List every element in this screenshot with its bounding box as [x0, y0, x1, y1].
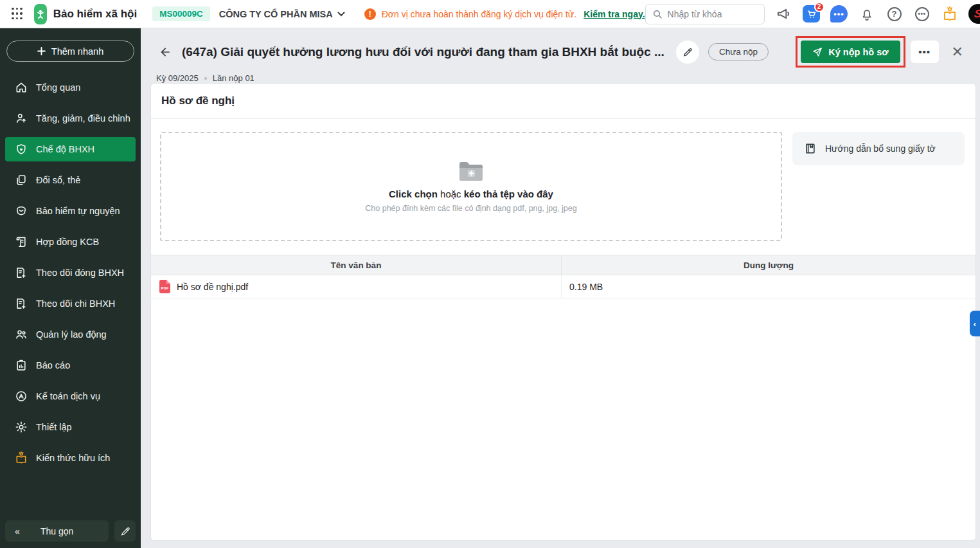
- annotation-highlight-box: Ký nộp hồ sơ: [796, 36, 905, 68]
- file-dropzone[interactable]: Click chọn hoặc kéo thả tệp vào đây Cho …: [160, 132, 782, 241]
- chevron-down-icon: [337, 12, 345, 17]
- document-plus-icon: [14, 266, 28, 280]
- expand-panel-tab[interactable]: ‹: [970, 311, 980, 336]
- search-input[interactable]: [668, 9, 758, 19]
- shield-heart-icon: [14, 143, 28, 156]
- sidebar-item-ke-toan-dich-vu[interactable]: Kế toán dịch vụ: [5, 384, 136, 408]
- guide-documents-button[interactable]: Hướng dẫn bổ sung giấy tờ: [792, 132, 965, 165]
- top-header: Bảo hiểm xã hội MS00009C CÔNG TY CỔ PHẦN…: [0, 0, 980, 28]
- bhxh-logo: [34, 4, 47, 24]
- card-title: Hồ sơ đề nghị: [161, 95, 235, 107]
- sidebar-item-che-do-bhxh[interactable]: Chế độ BHXH: [5, 137, 136, 161]
- plus-icon: [37, 47, 46, 55]
- company-name: CÔNG TY CỔ PHẦN MISA: [219, 9, 333, 19]
- sidebar-item-tong-quan[interactable]: Tổng quan: [5, 75, 136, 100]
- edit-pen-icon: [120, 526, 130, 536]
- warning-check-link[interactable]: Kiểm tra ngay.: [584, 9, 645, 19]
- bell-icon: [860, 7, 874, 21]
- main-area: (647a) Giải quyết hưởng lương hưu đối vớ…: [141, 28, 980, 548]
- warning-icon: !: [364, 8, 376, 20]
- edit-menu-button[interactable]: [114, 520, 136, 542]
- company-selector[interactable]: CÔNG TY CỔ PHẦN MISA: [219, 9, 345, 19]
- pencil-icon: [682, 47, 693, 57]
- status-badge: Chưa nộp: [708, 43, 769, 60]
- table-row[interactable]: PDF Hồ sơ đề nghị.pdf 0.19 MB: [151, 275, 976, 298]
- chevron-left-icon: ‹: [974, 319, 976, 329]
- column-header-name: Tên văn bản: [151, 255, 562, 275]
- avatar-letter: S: [974, 8, 980, 21]
- shield-icon: [14, 205, 28, 218]
- sidebar-item-bao-cao[interactable]: Báo cáo: [5, 353, 136, 378]
- document-plus-icon: [14, 297, 28, 311]
- announcements-button[interactable]: [775, 5, 793, 23]
- back-button[interactable]: [156, 43, 174, 61]
- gear-icon: [14, 421, 28, 434]
- people-icon: [14, 328, 28, 342]
- page-title: (647a) Giải quyết hưởng lương hưu đối vớ…: [182, 45, 664, 59]
- dot-separator: [204, 77, 207, 80]
- submission-count-label: Lần nộp 01: [213, 73, 254, 83]
- cart-badge: 2: [814, 2, 824, 12]
- collapse-sidebar-button[interactable]: « Thu gọn: [5, 520, 109, 542]
- user-avatar[interactable]: S: [968, 4, 980, 24]
- global-search[interactable]: [645, 4, 765, 24]
- knowledge-icon: [14, 452, 28, 465]
- send-icon: [812, 47, 823, 57]
- file-size: 0.19 MB: [562, 275, 976, 298]
- knowledge-icon: [942, 6, 958, 22]
- dropzone-hint: Cho phép đính kèm các file có định dạng …: [365, 204, 576, 213]
- quick-add-button[interactable]: Thêm nhanh: [6, 41, 134, 62]
- sidebar-menu: Tổng quan Tăng, giảm, điều chỉnh Chế độ …: [0, 75, 141, 470]
- company-code-badge: MS00009C: [152, 6, 210, 21]
- contract-icon: [14, 235, 28, 249]
- clipboard-report-icon: [14, 359, 28, 372]
- double-chevron-left-icon: «: [15, 526, 19, 536]
- cards-icon: [14, 174, 28, 187]
- attachments-table: Tên văn bản Dung lượng PDF Hồ sơ đề nghị…: [151, 255, 976, 298]
- dossier-card: Hồ sơ đề nghị Click chọn hoặc kéo thả tệ…: [151, 84, 976, 540]
- messages-button[interactable]: •••: [830, 5, 848, 23]
- more-actions-button[interactable]: •••: [911, 41, 939, 63]
- app-title: Bảo hiểm xã hội: [53, 8, 137, 21]
- pdf-file-icon: PDF: [159, 280, 170, 293]
- sidebar-item-kien-thuc-huu-ich[interactable]: Kiến thức hữu ích: [5, 446, 136, 470]
- help-button[interactable]: ?: [886, 5, 904, 23]
- page-header: (647a) Giải quyết hưởng lương hưu đối vớ…: [141, 28, 980, 83]
- dropzone-label: Click chọn hoặc kéo thả tệp vào đây: [389, 188, 553, 199]
- sidebar-item-hop-dong-kcb[interactable]: Hợp đồng KCB: [5, 230, 136, 254]
- edit-title-button[interactable]: [676, 41, 699, 64]
- column-header-size: Dung lượng: [562, 255, 976, 275]
- megaphone-icon: [776, 6, 791, 21]
- sidebar-item-theo-doi-chi-bhxh[interactable]: Theo dõi chi BHXH: [5, 291, 136, 316]
- sidebar-item-thiet-lap[interactable]: Thiết lập: [5, 415, 136, 439]
- arrow-left-icon: [159, 46, 172, 59]
- home-icon: [14, 81, 28, 95]
- store-button[interactable]: 2: [803, 5, 821, 23]
- more-apps-button[interactable]: •••: [913, 5, 931, 23]
- sign-submit-button[interactable]: Ký nộp hồ sơ: [801, 41, 900, 63]
- notifications-button[interactable]: [858, 5, 876, 23]
- knowledge-button[interactable]: [941, 5, 959, 23]
- period-label: Kỳ 09/2025: [156, 73, 199, 83]
- sidebar-item-theo-doi-dong-bhxh[interactable]: Theo dõi đóng BHXH: [5, 260, 136, 285]
- sidebar-item-bao-hiem-tu-nguyen[interactable]: Bảo hiểm tự nguyện: [5, 199, 136, 223]
- ellipsis-icon: •••: [915, 7, 929, 21]
- sidebar: Thêm nhanh Tổng quan Tăng, giảm, điều ch…: [0, 28, 141, 548]
- book-icon: [804, 142, 817, 155]
- folder-plus-icon: [458, 160, 484, 181]
- accounting-icon: [14, 390, 28, 403]
- person-adjust-icon: [14, 112, 28, 125]
- guide-label: Hướng dẫn bổ sung giấy tờ: [825, 143, 936, 154]
- chat-icon: •••: [830, 5, 848, 23]
- warning-banner: ! Đơn vị chưa hoàn thành đăng ký dịch vụ…: [364, 8, 645, 20]
- sidebar-item-quan-ly-lao-dong[interactable]: Quản lý lao động: [5, 322, 136, 347]
- close-icon[interactable]: ✕: [949, 42, 966, 62]
- bhxh-app: Bảo hiểm xã hội MS00009C CÔNG TY CỔ PHẦN…: [0, 0, 980, 548]
- sidebar-item-tang-giam-dieu-chinh[interactable]: Tăng, giảm, điều chỉnh: [5, 106, 136, 131]
- search-icon: [652, 9, 663, 19]
- warning-text: Đơn vị chưa hoàn thành đăng ký dịch vụ đ…: [382, 9, 576, 19]
- app-launcher-icon[interactable]: [12, 8, 22, 21]
- sidebar-item-doi-so-the[interactable]: Đổi sổ, thẻ: [5, 168, 136, 192]
- file-name: Hồ sơ đề nghị.pdf: [177, 282, 248, 292]
- help-icon: ?: [887, 7, 902, 21]
